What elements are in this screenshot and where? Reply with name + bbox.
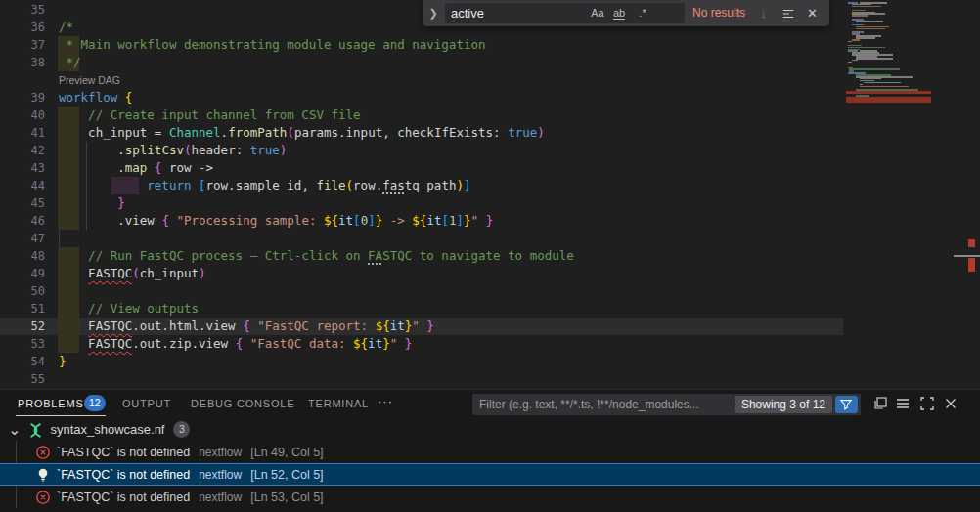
line-number: 39 [0,89,45,107]
code-line[interactable]: 39workflow { [0,89,843,107]
code-editor[interactable]: 3536/*37 * Main workflow demonstrating m… [0,0,980,388]
minimap-line [856,28,885,30]
code-token: it [368,336,382,351]
line-number: 49 [0,265,45,282]
code-token: params.input [294,125,382,140]
code-token: * Main workflow demonstrating module usa… [59,37,486,52]
view-as-table-icon[interactable] [895,396,911,411]
code-line[interactable]: 54} [0,353,843,370]
code-token: } [405,336,413,351]
problem-row[interactable]: `FASTQC` is not definednextflow[Ln 49, C… [0,441,980,463]
code-token [59,319,88,333]
problems-file-name: syntax_showcase.nf [50,422,164,437]
code-token: splitCsv [125,143,184,157]
active-tab-underline [16,415,106,416]
code-line-text: } [59,194,125,212]
code-token: it [426,213,441,228]
code-line[interactable]: 37 * Main workflow demonstrating module … [0,36,843,54]
filter-funnel-icon[interactable] [835,396,858,413]
code-token: { [236,336,250,351]
code-line[interactable]: 44 return [row.sample_id, file(row.fastq… [0,177,843,194]
tab-terminal[interactable]: TERMINAL [308,390,369,417]
code-token: tq_path [405,178,457,192]
code-line-text: /* [59,19,73,36]
code-token [59,301,88,316]
line-number: 45 [0,194,45,212]
problem-row[interactable]: `FASTQC` is not definednextflow[Ln 53, C… [0,486,980,508]
code-line[interactable]: 49 FASTQC(ch_input) [0,265,843,282]
line-number: 51 [0,300,45,318]
toggle-replace-chevron-icon[interactable]: ❯ [425,5,441,21]
line-number: 53 [0,335,45,353]
code-line[interactable]: 43 .map { row -> [0,159,843,177]
code-token: STQC to navigate to module [382,248,574,263]
problem-source: nextflow [199,491,242,504]
codelens-row[interactable]: Preview DAG [0,71,843,89]
match-case-icon[interactable]: Aa [588,5,607,21]
code-token [59,336,88,351]
close-find-icon[interactable]: ✕ [804,5,821,21]
code-token: { [243,319,257,333]
code-token: } [59,354,67,368]
whole-word-icon[interactable]: ab [609,5,629,21]
code-line[interactable]: 52 FASTQC.out.html.view { "FastQC report… [0,318,843,335]
code-line[interactable]: 41 ch_input = Channel.fromPath(params.in… [0,124,843,142]
code-line[interactable]: 40 // Create input channel from CSV file [0,107,843,124]
code-token: checkIfExists: [397,125,508,140]
code-token: [ [441,213,449,228]
minimap-line [860,86,909,88]
code-token: ( [132,266,140,280]
code-line-text: ch_input = Channel.fromPath(params.input… [59,124,545,142]
minimap-line [849,68,900,70]
code-token: . [117,143,125,157]
more-tabs-icon[interactable]: ··· [378,390,393,417]
code-line[interactable]: 46 .view { "Processing sample: ${it[0]} … [0,212,843,230]
code-line[interactable]: 47 [0,230,843,247]
tab-debug-console[interactable]: DEBUG CONSOLE [191,390,294,417]
problems-filter-input[interactable] [479,394,724,415]
find-input[interactable] [451,3,607,23]
chevron-down-icon[interactable]: ⌄ [8,420,21,439]
problem-row[interactable]: `FASTQC` is not definednextflow[Ln 52, C… [0,463,980,486]
problem-source: nextflow [199,446,242,459]
find-in-selection-icon[interactable] [780,5,796,21]
tab-problems[interactable]: PROBLEMS [18,390,84,417]
maximize-panel-icon[interactable] [919,396,935,411]
regex-icon[interactable]: .* [633,5,652,21]
tab-output[interactable]: OUTPUT [122,390,171,417]
error-token: FASTQC [88,336,132,351]
line-number: 40 [0,107,45,124]
code-token [59,266,88,280]
minimap-line [856,58,893,60]
line-number: 35 [0,1,45,19]
collapse-all-icon[interactable] [872,396,888,411]
code-line[interactable]: 51 // View outputs [0,300,843,318]
codelens-preview-dag-link[interactable]: Preview DAG [59,72,120,88]
line-number: 44 [0,177,45,194]
previous-match-icon[interactable]: ↑ [731,5,747,21]
minimap-line [848,41,852,43]
code-token: ( [346,178,354,192]
code-token: ) [537,125,545,140]
code-token: fromPath [228,125,287,140]
code-token: ] [457,213,465,228]
find-widget: ❯ Aa ab .* No results ↑ ↓ ✕ [423,0,829,26]
minimap[interactable] [846,0,966,388]
code-token: fas [382,178,405,192]
code-line[interactable]: 48 // Run FastQC process – Ctrl-click on… [0,247,843,265]
code-line-text: // View outputs [59,300,199,318]
code-line[interactable]: 50 [0,282,843,300]
code-line[interactable]: 55 [0,370,843,388]
close-panel-icon[interactable] [943,396,958,411]
code-line[interactable]: 45 } [0,194,843,212]
next-match-icon[interactable]: ↓ [755,5,772,21]
problems-file-row[interactable]: ⌄syntax_showcase.nf3 [0,418,980,441]
problems-list: ⌄syntax_showcase.nf3`FASTQC` is not defi… [0,418,980,512]
code-token: } [486,213,494,228]
code-line[interactable]: 53 FASTQC.out.zip.view { "FastQC data: $… [0,335,843,353]
code-line-text: .splitCsv(header: true) [59,142,287,159]
code-token: // Run FastQC process – Ctrl-click on [88,248,368,263]
code-line[interactable]: 42 .splitCsv(header: true) [0,142,843,159]
overview-ruler[interactable] [966,0,980,388]
code-line[interactable]: 38 */ [0,54,843,71]
